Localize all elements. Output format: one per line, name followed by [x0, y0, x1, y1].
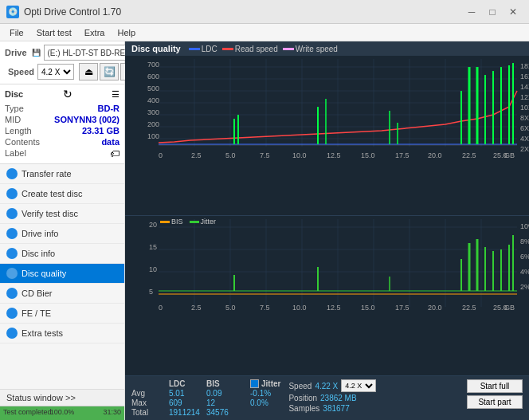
disc-contents-row: Contents data: [5, 136, 120, 147]
svg-text:22.5: 22.5: [462, 304, 476, 312]
nav-disc-info[interactable]: Disc info: [0, 244, 124, 264]
bottom-legend: BIS Jitter: [160, 218, 216, 226]
disc-type-val: BD-R: [98, 104, 120, 113]
samples-row: Samples 381677: [288, 404, 376, 413]
legend-write-color: [283, 48, 294, 50]
nav-label-create: Create test disc: [22, 189, 82, 198]
nav-transfer-rate[interactable]: Transfer rate: [0, 164, 124, 184]
svg-text:10X: 10X: [520, 104, 529, 112]
stats-max-row: Max 609 12: [131, 398, 242, 407]
stats-table: LDC BIS Avg 5.01 0.09 Max 609 12 Total 1…: [131, 379, 242, 417]
stats-avg-row: Avg 5.01 0.09: [131, 389, 242, 398]
nav-cd-bier[interactable]: CD Bier: [0, 284, 124, 304]
nav-drive-info[interactable]: Drive info: [0, 224, 124, 244]
legend: LDC Read speed Write speed: [189, 45, 338, 53]
nav-label-transfer-rate: Transfer rate: [22, 169, 72, 179]
stats-max-jitter: 0.0%: [250, 398, 280, 407]
nav-icon-verify: [6, 208, 18, 219]
svg-text:700: 700: [147, 61, 159, 69]
menu-help[interactable]: Help: [111, 26, 142, 39]
svg-text:10%: 10%: [520, 222, 529, 230]
svg-text:5.0: 5.0: [225, 151, 236, 159]
position-label: Position: [288, 394, 317, 402]
disc-title: Disc: [5, 89, 23, 99]
stats-panel: LDC BIS Avg 5.01 0.09 Max 609 12 Total 1…: [125, 375, 529, 420]
speed-label: Speed: [8, 67, 34, 77]
disc-type-key: Type: [5, 104, 24, 113]
position-row: Position 23862 MB: [288, 394, 376, 402]
svg-text:8X: 8X: [520, 114, 529, 122]
minimize-button[interactable]: ─: [462, 4, 481, 20]
disc-length-row: Length 23.31 GB: [5, 125, 120, 136]
disc-mid-val: SONYNN3 (002): [54, 115, 120, 124]
progress-time: 31:30: [103, 408, 121, 416]
nav-label-disc-info: Disc info: [22, 249, 55, 258]
jitter-header: Jitter: [250, 379, 280, 388]
nav-items: Transfer rate Create test disc Verify te…: [0, 164, 124, 389]
app-title: Opti Drive Control 1.70: [24, 6, 462, 18]
svg-text:6%: 6%: [520, 253, 529, 261]
nav-verify-test-disc[interactable]: Verify test disc: [0, 204, 124, 224]
app-icon: 💿: [6, 6, 19, 18]
refresh-button[interactable]: 🔄: [100, 63, 119, 80]
svg-text:14X: 14X: [520, 83, 529, 91]
drive-label: Drive: [5, 48, 27, 57]
samples-label: Samples: [288, 404, 319, 413]
legend-ldc: LDC: [189, 45, 217, 53]
stats-max-label: Max: [131, 398, 167, 407]
svg-text:GB: GB: [504, 304, 515, 312]
start-part-button[interactable]: Start part: [467, 395, 523, 409]
start-full-button[interactable]: Start full: [467, 379, 523, 393]
legend-bis: BIS: [160, 218, 183, 226]
nav-extra-tests[interactable]: Extra tests: [0, 324, 124, 343]
svg-text:2.5: 2.5: [191, 151, 202, 159]
disc-mid-row: MID SONYNN3 (002): [5, 114, 120, 125]
speed-row: Speed 4.2 X ⏏ 🔄 💿 📁 💾: [5, 63, 120, 80]
maximize-button[interactable]: □: [483, 4, 502, 20]
nav-label-cd-bier: CD Bier: [22, 289, 53, 298]
nav-label-fe-te: FE / TE: [22, 308, 51, 318]
svg-text:17.5: 17.5: [395, 304, 409, 312]
nav-icon-drive-info: [6, 228, 18, 239]
jitter-label: Jitter: [261, 379, 280, 388]
disc-menu-icon[interactable]: ☰: [112, 89, 120, 100]
disc-contents-val: data: [101, 137, 120, 147]
menu-file[interactable]: File: [3, 26, 30, 39]
status-window-label: Status window >>: [6, 393, 76, 402]
svg-text:18X: 18X: [520, 62, 529, 70]
progress-status: Test completed: [3, 408, 52, 416]
nav-disc-quality[interactable]: Disc quality: [0, 264, 124, 284]
svg-text:16X: 16X: [520, 73, 529, 80]
svg-text:20.0: 20.0: [428, 304, 442, 312]
nav-create-test-disc[interactable]: Create test disc: [0, 184, 124, 204]
svg-text:0: 0: [159, 151, 163, 159]
legend-ldc-label: LDC: [202, 45, 217, 53]
jitter-checkbox[interactable]: [250, 379, 259, 388]
status-window-button[interactable]: Status window >>: [0, 389, 124, 406]
speed-dropdown-stats[interactable]: 4.2 X: [341, 379, 376, 392]
drive-section: Drive 💾 (E:) HL-DT-ST BD-RE WH16NS48 1.D…: [0, 41, 124, 84]
nav-fe-te[interactable]: FE / TE: [0, 304, 124, 324]
eject-button[interactable]: ⏏: [79, 63, 98, 80]
nav-icon-transfer: [6, 168, 18, 179]
menu-extra[interactable]: Extra: [78, 26, 112, 39]
close-button[interactable]: ✕: [504, 4, 523, 20]
svg-text:100: 100: [147, 132, 159, 140]
svg-text:7.5: 7.5: [260, 304, 270, 312]
svg-text:2.5: 2.5: [191, 304, 202, 312]
speed-select[interactable]: 4.2 X: [37, 64, 74, 80]
samples-val: 381677: [323, 404, 349, 413]
svg-text:15.0: 15.0: [361, 304, 375, 312]
jitter-col: Jitter -0.1% 0.0%: [250, 379, 280, 407]
menu-start-test[interactable]: Start test: [30, 26, 78, 39]
svg-text:7.5: 7.5: [260, 151, 270, 159]
disc-refresh-icon[interactable]: ↻: [63, 88, 72, 100]
nav-label-extra-tests: Extra tests: [22, 328, 63, 338]
disc-label-key: Label: [5, 148, 26, 159]
svg-text:5: 5: [149, 288, 153, 296]
position-val: 23862 MB: [320, 394, 357, 402]
chart-header: Disc quality LDC Read speed Write speed: [125, 41, 529, 56]
svg-text:12.5: 12.5: [327, 151, 341, 159]
start-buttons: Start full Start part: [467, 379, 523, 409]
svg-text:GB: GB: [504, 151, 515, 159]
